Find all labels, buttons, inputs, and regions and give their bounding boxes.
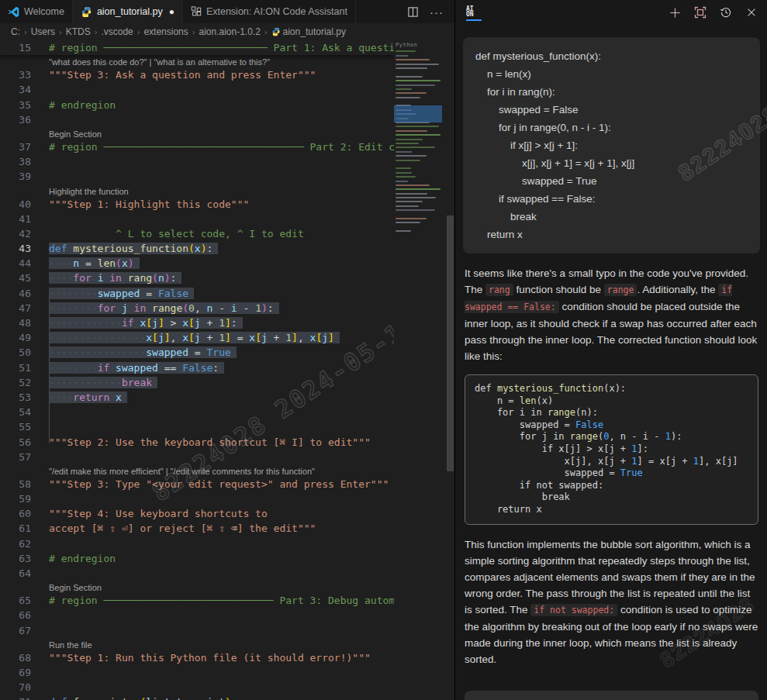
breadcrumb-separator: › [192, 27, 195, 36]
close-panel-icon[interactable] [745, 5, 758, 19]
line-number: 42 [0, 226, 49, 241]
code-line[interactable]: 62 [0, 536, 394, 551]
code-line[interactable]: 15# region ─────────────────────────── P… [0, 40, 394, 55]
code-line[interactable]: 45····for i in rang(n): [0, 271, 394, 285]
breadcrumb-separator: › [24, 27, 27, 36]
code-line[interactable]: 67 [0, 623, 394, 638]
code-line[interactable]: 44····n = len(x) [0, 256, 394, 271]
code-line[interactable]: 33"""Step 3: Ask a question and press En… [0, 67, 394, 82]
code-line[interactable]: 61accept [⌘ ⇧ ⏎] or reject [⌘ ⇧ ⌫] the e… [0, 521, 394, 536]
code-line[interactable]: 52············break [0, 375, 394, 390]
code-line[interactable]: 39 [0, 169, 394, 184]
breadcrumb-item[interactable]: aion.aion-1.0.2 [199, 26, 260, 37]
code-line[interactable]: 47········for j in range(0, n - i - 1): [0, 301, 394, 316]
code-text-line: return x [475, 226, 748, 243]
breadcrumb-item[interactable]: C: [11, 26, 20, 37]
capture-icon[interactable] [693, 5, 707, 19]
editor-scrollbar[interactable] [447, 216, 454, 471]
breadcrumb-separator: › [95, 27, 98, 36]
code-line[interactable]: 71def fun_printer(list_to_print): [0, 695, 394, 700]
logo-underline [466, 19, 482, 21]
tab-welcome[interactable]: Welcome [0, 0, 73, 23]
code-line[interactable]: 41 [0, 212, 394, 226]
line-number [0, 581, 49, 593]
code-line[interactable]: 55 [0, 419, 394, 434]
code-line[interactable]: 57 [0, 450, 394, 464]
code-line[interactable]: 35# endregion [0, 98, 394, 112]
code-text-line: break [475, 491, 748, 504]
tab-extension-aion[interactable]: Extension: AI:ON Code Assistant [183, 0, 356, 23]
code-line[interactable]: 70 [0, 680, 394, 695]
line-number: 43 [0, 241, 49, 256]
code-line[interactable]: 58"""Step 3: Type "<your edit request>" … [0, 477, 394, 491]
tab-aion-tutorial[interactable]: aion_tutorial.py ● [73, 0, 183, 23]
codelens-row[interactable]: "what does this code do?" | "what is an … [0, 55, 394, 67]
code-line[interactable]: 64 [0, 566, 394, 581]
codelens-row[interactable]: Begin Section [0, 581, 394, 593]
code-line[interactable]: 36 [0, 112, 394, 127]
paragraph-text: function should be [513, 284, 604, 295]
inline-code: if not swapped: [530, 604, 617, 616]
code-editor[interactable]: 15# region ─────────────────────────── P… [0, 40, 394, 700]
code-line[interactable]: 48············if x[j] > x[j + 1]: [0, 316, 394, 330]
line-number [0, 184, 49, 197]
modified-dot[interactable]: ● [169, 6, 174, 17]
next-message-box [465, 691, 758, 700]
code-line[interactable]: 51········if swapped == False: [0, 360, 394, 375]
history-icon[interactable] [719, 5, 733, 19]
line-number: 40 [0, 197, 49, 212]
line-number: 50 [0, 345, 49, 360]
code-line[interactable]: 38 [0, 154, 394, 169]
line-number: 51 [0, 360, 49, 375]
breadcrumb-item[interactable]: .vscode [101, 26, 133, 37]
line-number: 15 [0, 40, 49, 55]
code-line[interactable]: 46········swapped = False [0, 286, 394, 301]
code-line[interactable]: 54 [0, 405, 394, 419]
codelens-row[interactable]: Highlight the function [0, 184, 394, 197]
code-line[interactable]: 66 [0, 608, 394, 622]
code-line[interactable]: 50················swapped = True [0, 345, 394, 360]
breadcrumb-item[interactable]: aion_tutorial.py [283, 26, 346, 37]
codelens-row[interactable]: Begin Section [0, 127, 394, 140]
code-line[interactable]: 53····return x [0, 390, 394, 405]
more-actions-icon[interactable]: ··· [430, 5, 444, 19]
line-number: 62 [0, 536, 49, 551]
line-number: 45 [0, 271, 49, 285]
new-chat-icon[interactable] [668, 5, 682, 19]
code-text-line: swapped = False [475, 101, 748, 119]
code-line[interactable]: 42 ^ L to select code, ^ I to edit [0, 226, 394, 241]
codelens-row[interactable]: Run the file [0, 638, 394, 650]
code-line[interactable]: 68"""Step 1: Run this Python file (it sh… [0, 650, 394, 665]
code-line[interactable]: 40"""Step 1: Highlight this code""" [0, 197, 394, 212]
line-number: 53 [0, 390, 49, 405]
code-text-line: swapped = False [475, 419, 748, 432]
code-line[interactable]: 60"""Step 4: Use keyboard shortcuts to [0, 506, 394, 521]
split-editor-icon[interactable] [407, 6, 419, 18]
minimap[interactable]: Python [394, 40, 447, 700]
line-number: 65 [0, 593, 49, 608]
breadcrumb-item[interactable]: KTDS [66, 26, 91, 37]
aion-logo[interactable]: AI ON [466, 4, 482, 21]
code-line[interactable]: 37# region ─────────────────────────────… [0, 140, 394, 154]
python-icon [81, 6, 92, 18]
line-number [0, 55, 49, 67]
code-text-line: n = len(x) [475, 395, 748, 408]
breadcrumb-item[interactable]: extensions [143, 26, 188, 37]
code-line[interactable]: 63# endregion [0, 551, 394, 566]
code-line[interactable]: 59 [0, 491, 394, 506]
codelens-row[interactable]: "/edit make this more efficient" | "/edi… [0, 464, 394, 477]
breadcrumb-item[interactable]: Users [31, 26, 55, 37]
code-text-line: for i in range(n): [475, 407, 748, 419]
code-line[interactable]: 56"""Step 2: Use the keyboard shortcut [… [0, 435, 394, 450]
line-number: 44 [0, 256, 49, 271]
code-line[interactable]: 49················x[j], x[j + 1] = x[j +… [0, 330, 394, 345]
code-text-line: if x[j] > x[j + 1]: [475, 136, 748, 154]
code-line[interactable]: 43def mysterious_function(x): [0, 241, 394, 256]
line-number: 59 [0, 491, 49, 506]
line-number: 35 [0, 98, 49, 112]
breadcrumb: C:›Users›KTDS›.vscode›extensions›aion.ai… [0, 23, 465, 40]
line-number: 48 [0, 316, 49, 330]
code-line[interactable]: 69 [0, 665, 394, 680]
code-line[interactable]: 65# region ──────────────────────────── … [0, 593, 394, 608]
code-line[interactable]: 34 [0, 82, 394, 97]
